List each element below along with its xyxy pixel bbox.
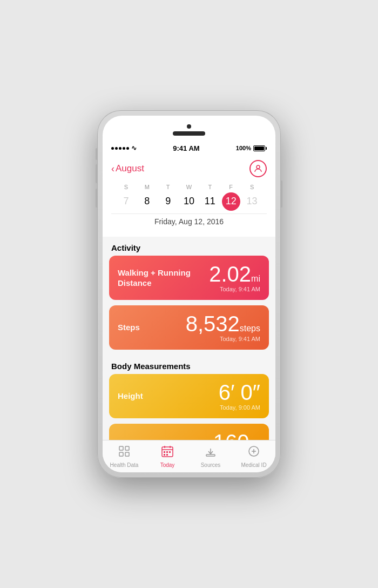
height-card-value: 6′ 0″	[219, 382, 260, 403]
health-data-icon	[118, 445, 131, 461]
tab-medical-id[interactable]: Medical ID	[232, 445, 275, 468]
back-label: August	[116, 163, 144, 174]
cal-date-12[interactable]: 12	[220, 193, 241, 209]
status-time: 9:41 AM	[173, 144, 199, 152]
chevron-left-icon: ‹	[111, 163, 114, 175]
header-row: ‹ August	[111, 160, 267, 177]
wifi-icon: ∿	[131, 144, 137, 152]
medical-id-icon	[247, 445, 260, 461]
weight-card-value: 160lbs	[213, 431, 260, 440]
walking-card-label: Walking + Running Distance	[118, 268, 209, 289]
svg-rect-9	[164, 451, 165, 453]
svg-rect-4	[125, 452, 129, 456]
profile-icon[interactable]	[249, 160, 267, 177]
volume-up-button[interactable]	[96, 164, 97, 183]
steps-card-right: 8,532steps Today, 9:41 AM	[186, 313, 260, 342]
svg-rect-11	[169, 451, 171, 453]
tab-today-label: Today	[160, 462, 175, 468]
steps-card-label: Steps	[118, 322, 186, 333]
walking-running-card[interactable]: Walking + Running Distance 2.02mi Today,…	[109, 256, 269, 300]
header: ‹ August S	[103, 156, 275, 237]
status-bar: ∿ 9:41 AM 100%	[103, 141, 275, 156]
status-right: 100%	[236, 145, 267, 151]
height-card-right: 6′ 0″ Today, 9:00 AM	[219, 382, 260, 411]
height-card[interactable]: Height 6′ 0″ Today, 9:00 AM	[109, 374, 269, 418]
status-left: ∿	[111, 144, 137, 152]
day-label-w: W	[179, 184, 200, 190]
svg-rect-15	[206, 455, 215, 456]
day-label-t1: T	[158, 184, 179, 190]
svg-point-0	[256, 165, 260, 169]
day-label-f: F	[220, 184, 241, 190]
sources-icon	[204, 445, 217, 461]
volume-down-button[interactable]	[96, 189, 97, 208]
tab-sources-label: Sources	[201, 462, 221, 468]
calendar-full-date: Friday, Aug 12, 2016	[111, 213, 267, 231]
battery-icon	[253, 145, 267, 151]
svg-rect-3	[119, 452, 123, 456]
walking-card-timestamp: Today, 9:41 AM	[209, 286, 260, 292]
calendar-day-headers: S M T W T F S	[111, 182, 267, 191]
svg-rect-10	[166, 451, 168, 453]
cal-date-13[interactable]: 13	[241, 193, 262, 209]
steps-card-left: Steps	[118, 322, 186, 333]
steps-card-value: 8,532steps	[186, 313, 260, 335]
weight-card[interactable]: Weight 160lbs Today, 9:00 AM	[109, 424, 269, 440]
height-card-label: Height	[118, 391, 219, 402]
tab-medical-id-label: Medical ID	[241, 462, 266, 468]
calendar-dates: 7 8 9 10 11 12 13	[111, 191, 267, 213]
silent-button[interactable]	[96, 148, 97, 160]
battery-percent: 100%	[236, 145, 251, 151]
earpiece	[173, 131, 205, 136]
steps-card-unit: steps	[240, 324, 260, 333]
tab-sources[interactable]: Sources	[189, 445, 232, 468]
tab-today[interactable]: Today	[146, 445, 189, 468]
power-button[interactable]	[281, 181, 282, 208]
cal-date-7[interactable]: 7	[116, 193, 137, 209]
day-label-m: M	[137, 184, 158, 190]
today-icon	[161, 445, 174, 461]
walking-card-right: 2.02mi Today, 9:41 AM	[209, 263, 260, 292]
tab-health-data[interactable]: Health Data	[103, 445, 146, 468]
activity-section-title: Activity	[103, 237, 275, 256]
cal-date-10[interactable]: 10	[179, 193, 200, 209]
svg-rect-13	[166, 454, 168, 456]
screen-wrapper: ‹ August S	[103, 156, 275, 472]
main-content: ‹ August S	[103, 156, 275, 440]
back-button[interactable]: ‹ August	[111, 163, 144, 175]
height-card-timestamp: Today, 9:00 AM	[219, 404, 260, 411]
height-card-left: Height	[118, 391, 219, 402]
svg-rect-12	[164, 454, 165, 456]
steps-card[interactable]: Steps 8,532steps Today, 9:41 AM	[109, 305, 269, 350]
walking-card-left: Walking + Running Distance	[118, 268, 209, 289]
day-label-s2: S	[241, 184, 262, 190]
tab-health-data-label: Health Data	[110, 462, 139, 468]
signal-dots	[111, 147, 129, 150]
svg-rect-1	[119, 446, 123, 450]
phone-frame: ∿ 9:41 AM 100% ‹ August	[97, 110, 281, 478]
tab-bar: Health Data	[103, 440, 275, 472]
walking-card-value: 2.02mi	[209, 263, 260, 285]
cal-date-11[interactable]: 11	[199, 193, 220, 209]
camera-dot	[187, 124, 191, 129]
cal-date-8[interactable]: 8	[137, 193, 158, 209]
day-label-s1: S	[116, 184, 137, 190]
cal-date-9[interactable]: 9	[158, 193, 179, 209]
svg-rect-2	[125, 446, 129, 450]
weight-card-right: 160lbs Today, 9:00 AM	[213, 431, 260, 440]
calendar: S M T W T F S 7 8 9 10	[111, 182, 267, 231]
phone-top-area	[173, 124, 205, 136]
phone-screen: ∿ 9:41 AM 100% ‹ August	[103, 116, 275, 472]
walking-card-unit: mi	[251, 274, 260, 283]
steps-card-timestamp: Today, 9:41 AM	[186, 336, 260, 342]
day-label-t2: T	[199, 184, 220, 190]
body-section-title: Body Measurements	[103, 355, 275, 374]
